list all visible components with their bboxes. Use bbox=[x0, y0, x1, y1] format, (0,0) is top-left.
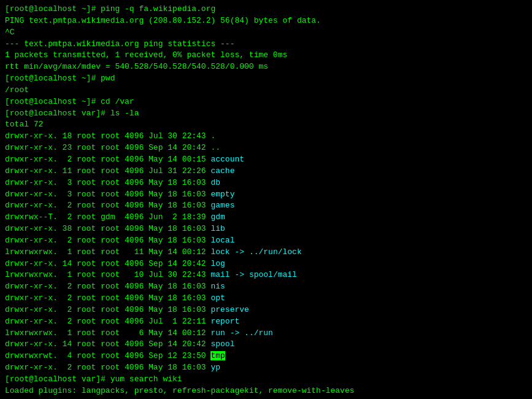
terminal-line: [root@localhost ~]# pwd bbox=[5, 73, 527, 85]
terminal-line: [root@localhost var]# ls -la bbox=[5, 108, 527, 120]
terminal-line: --- text.pmtpa.wikimedia.org ping statis… bbox=[5, 39, 527, 50]
terminal-line: drwxr-xr-x. 2 root root 4096 May 18 16:0… bbox=[5, 200, 527, 212]
terminal-line: drwxr-xr-x. 18 root root 4096 Jul 30 22:… bbox=[5, 131, 527, 142]
terminal-line: drwxr-xr-x. 2 root root 4096 May 14 00:1… bbox=[5, 154, 527, 166]
terminal-line: drwxr-xr-x. 2 root root 4096 May 18 16:0… bbox=[5, 304, 527, 316]
terminal-line: drwxr-xr-x. 2 root root 4096 Jul 1 22:11… bbox=[5, 316, 527, 328]
terminal-line: lrwxrwxrwx. 1 root root 10 Jul 30 22:43 … bbox=[5, 269, 527, 281]
terminal-line: lrwxrwxrwx. 1 root root 6 May 14 00:12 r… bbox=[5, 328, 527, 339]
terminal-line: Loaded plugins: langpacks, presto, refre… bbox=[5, 385, 527, 397]
terminal-line: drwxr-xr-x. 2 root root 4096 May 18 16:0… bbox=[5, 362, 527, 374]
terminal-line: [root@localhost var]# yum search wiki bbox=[5, 374, 527, 385]
terminal-line: drwxrwx--T. 2 root gdm 4096 Jun 2 18:39 … bbox=[5, 212, 527, 223]
terminal-line: drwxr-xr-x. 14 root root 4096 Sep 14 20:… bbox=[5, 258, 527, 270]
terminal-line: lrwxrwxrwx. 1 root root 11 May 14 00:12 … bbox=[5, 247, 527, 258]
terminal-line: PING text.pmtpa.wikimedia.org (208.80.15… bbox=[5, 15, 527, 27]
terminal-line: drwxr-xr-x. 11 root root 4096 Jul 31 22:… bbox=[5, 166, 527, 177]
terminal-line: drwxr-xr-x. 2 root root 4096 May 18 16:0… bbox=[5, 293, 527, 304]
terminal-line: [root@localhost ~]# ping -q fa.wikipedia… bbox=[5, 4, 527, 15]
terminal-line: drwxr-xr-x. 23 root root 4096 Sep 14 20:… bbox=[5, 142, 527, 154]
terminal-line: drwxr-xr-x. 2 root root 4096 May 18 16:0… bbox=[5, 235, 527, 247]
terminal-line: drwxr-xr-x. 38 root root 4096 May 18 16:… bbox=[5, 223, 527, 235]
terminal-line: drwxr-xr-x. 2 root root 4096 May 18 16:0… bbox=[5, 281, 527, 293]
terminal-line: rtt min/avg/max/mdev = 540.528/540.528/5… bbox=[5, 61, 527, 73]
terminal-line: /root bbox=[5, 85, 527, 96]
terminal-line: [root@localhost ~]# cd /var bbox=[5, 96, 527, 108]
terminal: [root@localhost ~]# ping -q fa.wikipedia… bbox=[0, 0, 532, 399]
terminal-line: 1 packets transmitted, 1 received, 0% pa… bbox=[5, 50, 527, 61]
terminal-line: drwxr-xr-x. 3 root root 4096 May 18 16:0… bbox=[5, 177, 527, 189]
terminal-line: ^C bbox=[5, 27, 527, 39]
terminal-line: drwxr-xr-x. 3 root root 4096 May 18 16:0… bbox=[5, 189, 527, 201]
terminal-line: drwxr-xr-x. 14 root root 4096 Sep 14 20:… bbox=[5, 339, 527, 351]
terminal-line: total 72 bbox=[5, 119, 527, 131]
terminal-line: drwxrwxrwt. 4 root root 4096 Sep 12 23:5… bbox=[5, 351, 527, 362]
